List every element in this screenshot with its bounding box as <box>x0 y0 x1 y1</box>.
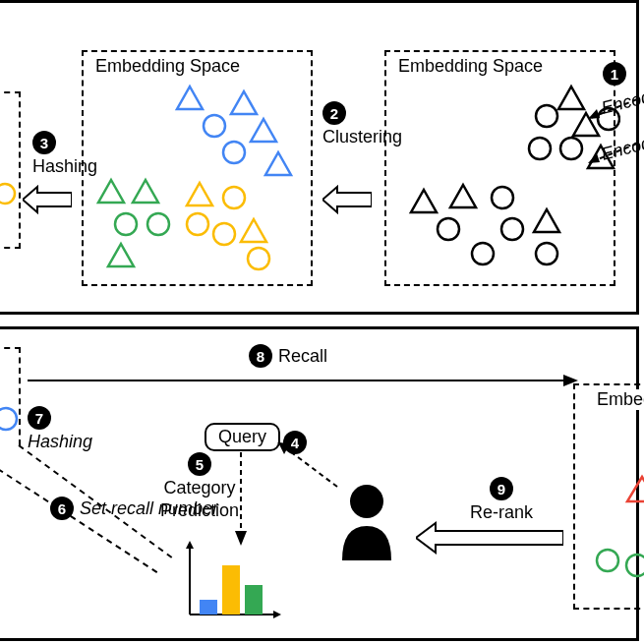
step-7: 7 Hashing <box>28 406 92 452</box>
svg-point-33 <box>472 243 494 264</box>
step-9-text: Re-rank <box>470 502 533 523</box>
svg-point-30 <box>438 218 459 240</box>
svg-marker-14 <box>187 183 212 205</box>
step-6-num: 6 <box>50 497 74 520</box>
svg-marker-4 <box>231 91 257 114</box>
svg-marker-8 <box>265 152 291 175</box>
svg-marker-9 <box>98 180 124 203</box>
colored-cluster-shapes <box>91 82 303 278</box>
svg-point-5 <box>204 115 225 137</box>
arrow-clustering <box>322 185 372 214</box>
embedding-space-raw-title: Embedding Space <box>396 56 545 77</box>
svg-point-24 <box>529 138 551 159</box>
step-7-text: Hashing <box>28 432 92 452</box>
step-7-num: 7 <box>28 406 51 430</box>
svg-rect-53 <box>222 565 240 615</box>
query-text: Query <box>218 427 266 446</box>
stage-panel-bottom: ge e 8 Recall 7 Hashing 6 Set recall num… <box>0 326 639 641</box>
category-bar-chart <box>175 541 283 629</box>
encoding-arrow-1 <box>583 96 642 130</box>
arrow-query-chart <box>231 452 251 550</box>
svg-point-58 <box>626 555 644 576</box>
step-1-num: 1 <box>603 62 626 86</box>
svg-point-7 <box>223 142 245 163</box>
svg-marker-36 <box>588 109 600 119</box>
svg-marker-20 <box>558 87 584 109</box>
svg-marker-27 <box>411 190 437 212</box>
step-5-text-b: Prediction <box>160 500 239 521</box>
svg-point-17 <box>213 223 235 245</box>
step-1: 1 <box>603 62 626 86</box>
encoding-arrow-2 <box>583 141 642 174</box>
svg-point-1 <box>0 184 15 204</box>
svg-point-31 <box>501 218 523 240</box>
svg-point-57 <box>597 550 618 571</box>
recall-arrow <box>28 371 578 390</box>
svg-marker-45 <box>278 442 290 454</box>
svg-marker-51 <box>273 611 281 618</box>
step-5: 5 Category Prediction <box>160 452 239 521</box>
hash-item-blue <box>0 406 19 432</box>
arrow-rerank <box>416 521 563 555</box>
hash-space-shapes <box>0 180 20 249</box>
svg-point-43 <box>0 408 17 430</box>
svg-line-44 <box>278 442 337 487</box>
step-8-num: 8 <box>249 344 272 368</box>
svg-marker-28 <box>450 185 476 207</box>
svg-point-19 <box>248 248 269 269</box>
step-2-num: 2 <box>322 101 346 125</box>
svg-marker-18 <box>241 219 266 242</box>
step-3-num: 3 <box>32 131 56 154</box>
svg-marker-49 <box>186 541 194 549</box>
svg-point-29 <box>492 187 513 208</box>
svg-point-16 <box>187 213 208 235</box>
svg-marker-3 <box>177 87 203 109</box>
svg-point-11 <box>115 213 137 235</box>
svg-marker-13 <box>108 244 134 266</box>
svg-point-15 <box>223 187 245 208</box>
svg-marker-38 <box>588 153 600 163</box>
svg-marker-10 <box>133 180 158 203</box>
svg-marker-56 <box>627 477 644 501</box>
svg-point-25 <box>560 138 582 159</box>
arrow-hashing <box>23 185 72 214</box>
svg-rect-54 <box>245 585 263 615</box>
svg-rect-52 <box>200 600 217 615</box>
embedding-space-result-title: Embed <box>595 389 644 410</box>
svg-point-21 <box>536 105 557 127</box>
stage-panel-top: ge e 3 Hashing Embedding Space <box>0 0 639 315</box>
svg-point-34 <box>536 243 557 264</box>
step-9: 9 Re-rank <box>470 477 533 523</box>
step-9-num: 9 <box>490 477 513 500</box>
step-5-num: 5 <box>188 452 211 476</box>
user-icon <box>332 482 401 560</box>
result-shapes <box>583 467 644 585</box>
svg-marker-6 <box>251 119 276 142</box>
step-8-text: Recall <box>278 346 327 367</box>
svg-point-12 <box>147 213 169 235</box>
step-8: 8 Recall <box>249 344 327 368</box>
embedding-space-colored-title: Embedding Space <box>93 56 242 77</box>
step-5-text-a: Category <box>164 478 236 498</box>
svg-point-55 <box>350 485 383 518</box>
svg-marker-32 <box>534 209 559 232</box>
